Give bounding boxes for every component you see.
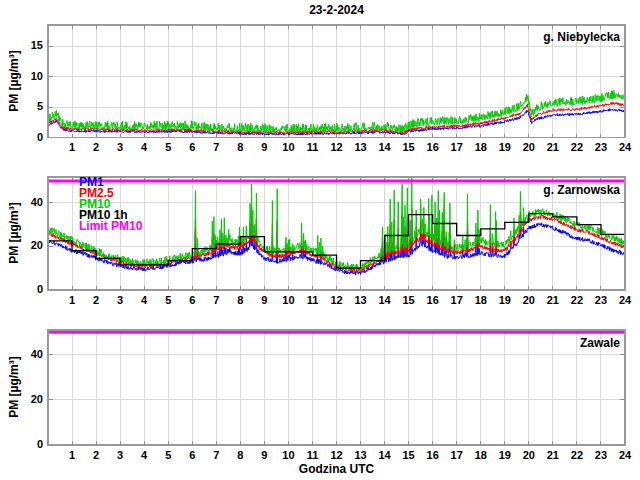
x-tick-label-panel-2: 7 [206, 449, 226, 461]
x-tick-label-panel-2: 16 [423, 449, 443, 461]
x-tick-label-panel-0: 14 [375, 141, 395, 153]
x-tick-label-panel-2: 10 [278, 449, 298, 461]
x-tick-label-panel-0: 3 [110, 141, 130, 153]
x-tick-label-panel-1: 4 [134, 294, 154, 306]
y-tick-label-panel-1: 20 [13, 239, 43, 251]
x-tick-label-panel-1: 8 [230, 294, 250, 306]
x-tick-label-panel-1: 19 [495, 294, 515, 306]
chart-title: 23-2-2024 [48, 3, 625, 17]
x-tick-label-panel-0: 23 [591, 141, 611, 153]
x-tick-label-panel-1: 14 [375, 294, 395, 306]
x-tick-label-panel-2: 12 [327, 449, 347, 461]
chart-canvas [0, 0, 640, 480]
y-tick-label-panel-1: 40 [13, 196, 43, 208]
x-tick-label-panel-1: 12 [327, 294, 347, 306]
x-tick-label-panel-0: 24 [615, 141, 635, 153]
x-tick-label-panel-0: 22 [567, 141, 587, 153]
y-tick-label-panel-0: 5 [13, 100, 43, 112]
x-tick-label-panel-2: 8 [230, 449, 250, 461]
x-tick-label-panel-2: 22 [567, 449, 587, 461]
y-tick-label-panel-2: 0 [13, 438, 43, 450]
x-tick-label-panel-2: 19 [495, 449, 515, 461]
x-tick-label-panel-2: 20 [519, 449, 539, 461]
y-tick-label-panel-0: 10 [13, 70, 43, 82]
x-tick-label-panel-1: 6 [182, 294, 202, 306]
x-tick-label-panel-0: 6 [182, 141, 202, 153]
x-tick-label-panel-2: 17 [447, 449, 467, 461]
x-tick-label-panel-0: 15 [399, 141, 419, 153]
x-tick-label-panel-0: 4 [134, 141, 154, 153]
x-tick-label-panel-1: 23 [591, 294, 611, 306]
x-tick-label-panel-2: 4 [134, 449, 154, 461]
x-tick-label-panel-0: 1 [62, 141, 82, 153]
x-tick-label-panel-0: 10 [278, 141, 298, 153]
station-label-zawale: Zawale [48, 336, 620, 350]
x-tick-label-panel-1: 13 [351, 294, 371, 306]
x-tick-label-panel-1: 5 [158, 294, 178, 306]
x-tick-label-panel-1: 7 [206, 294, 226, 306]
y-tick-label-panel-1: 0 [13, 283, 43, 295]
x-tick-label-panel-2: 15 [399, 449, 419, 461]
legend-entry-limit-pm10: Limit PM10 [79, 221, 142, 232]
x-tick-label-panel-0: 8 [230, 141, 250, 153]
x-tick-label-panel-1: 15 [399, 294, 419, 306]
y-tick-label-panel-0: 0 [13, 131, 43, 143]
y-axis-label-panel-1: PM [µg/m³] [7, 202, 21, 264]
x-tick-label-panel-2: 6 [182, 449, 202, 461]
x-tick-label-panel-0: 20 [519, 141, 539, 153]
figure: 23-2-2024 PM [µg/m³] PM [µg/m³] PM [µg/m… [0, 0, 640, 480]
x-tick-label-panel-1: 9 [254, 294, 274, 306]
x-tick-label-panel-0: 12 [327, 141, 347, 153]
x-tick-label-panel-2: 3 [110, 449, 130, 461]
y-tick-label-panel-2: 40 [13, 348, 43, 360]
x-tick-label-panel-2: 13 [351, 449, 371, 461]
x-tick-label-panel-2: 24 [615, 449, 635, 461]
x-tick-label-panel-2: 18 [471, 449, 491, 461]
x-tick-label-panel-2: 14 [375, 449, 395, 461]
x-tick-label-panel-1: 21 [543, 294, 563, 306]
x-tick-label-panel-1: 11 [302, 294, 322, 306]
y-tick-label-panel-2: 20 [13, 393, 43, 405]
x-tick-label-panel-0: 19 [495, 141, 515, 153]
x-tick-label-panel-0: 11 [302, 141, 322, 153]
x-tick-label-panel-1: 16 [423, 294, 443, 306]
y-tick-label-panel-0: 15 [13, 39, 43, 51]
x-tick-label-panel-2: 11 [302, 449, 322, 461]
x-tick-label-panel-0: 2 [86, 141, 106, 153]
x-tick-label-panel-0: 7 [206, 141, 226, 153]
x-tick-label-panel-0: 13 [351, 141, 371, 153]
x-tick-label-panel-0: 9 [254, 141, 274, 153]
x-tick-label-panel-0: 21 [543, 141, 563, 153]
x-tick-label-panel-0: 17 [447, 141, 467, 153]
station-label-niebylecka: g. Niebylecka [48, 30, 620, 44]
x-axis-label: Godzina UTC [48, 462, 625, 476]
y-axis-label-panel-2: PM [µg/m³] [7, 356, 21, 418]
x-tick-label-panel-0: 18 [471, 141, 491, 153]
x-tick-label-panel-2: 23 [591, 449, 611, 461]
x-tick-label-panel-1: 20 [519, 294, 539, 306]
x-tick-label-panel-2: 1 [62, 449, 82, 461]
x-tick-label-panel-1: 17 [447, 294, 467, 306]
legend: PM1 PM2.5 PM10 PM10 1h Limit PM10 [79, 177, 142, 232]
x-tick-label-panel-2: 21 [543, 449, 563, 461]
x-tick-label-panel-2: 5 [158, 449, 178, 461]
x-tick-label-panel-1: 2 [86, 294, 106, 306]
x-tick-label-panel-1: 3 [110, 294, 130, 306]
x-tick-label-panel-1: 22 [567, 294, 587, 306]
x-tick-label-panel-2: 2 [86, 449, 106, 461]
x-tick-label-panel-2: 9 [254, 449, 274, 461]
x-tick-label-panel-1: 10 [278, 294, 298, 306]
x-tick-label-panel-0: 5 [158, 141, 178, 153]
x-tick-label-panel-1: 1 [62, 294, 82, 306]
x-tick-label-panel-1: 24 [615, 294, 635, 306]
x-tick-label-panel-0: 16 [423, 141, 443, 153]
x-tick-label-panel-1: 18 [471, 294, 491, 306]
